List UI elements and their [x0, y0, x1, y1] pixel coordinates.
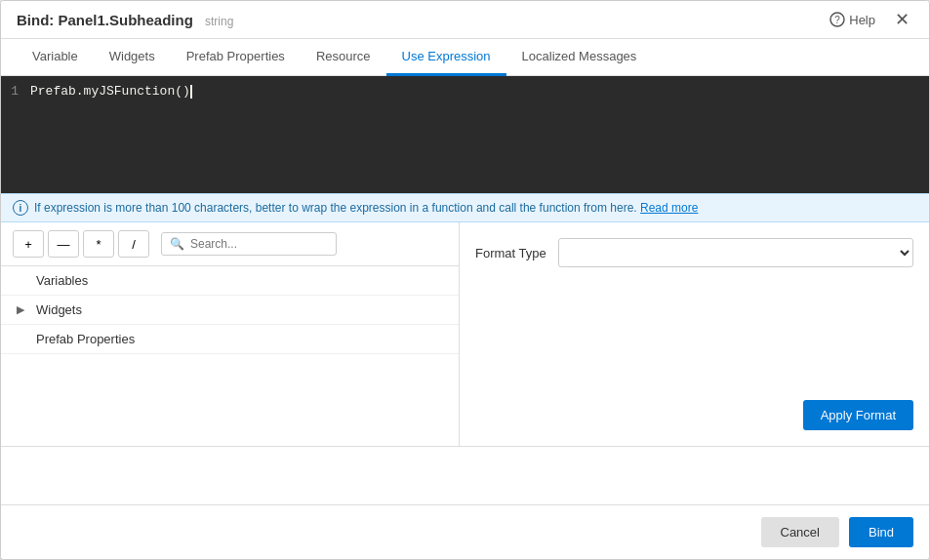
tab-prefab-properties[interactable]: Prefab Properties	[171, 39, 301, 76]
help-label: Help	[849, 13, 875, 27]
title-bar: Bind: Panel1.Subheading string ? Help ✕	[1, 1, 929, 39]
dialog-title: Bind: Panel1.Subheading string	[17, 12, 829, 28]
search-box: 🔍	[161, 232, 337, 256]
left-panel: + — * / 🔍 Variables ▶	[1, 222, 460, 446]
tab-variable[interactable]: Variable	[17, 39, 94, 76]
svg-text:?: ?	[834, 15, 840, 25]
bind-button[interactable]: Bind	[849, 517, 913, 547]
apply-format-button[interactable]: Apply Format	[803, 400, 913, 430]
format-type-select[interactable]	[558, 238, 913, 267]
help-button[interactable]: ? Help	[829, 12, 875, 27]
footer: Cancel Bind	[1, 504, 929, 559]
info-message: If expression is more than 100 character…	[34, 201, 698, 215]
multiply-button[interactable]: *	[83, 230, 114, 258]
info-icon: i	[13, 200, 28, 216]
plus-button[interactable]: +	[13, 230, 44, 258]
tab-use-expression[interactable]: Use Expression	[386, 39, 506, 76]
main-content: 1 Prefab.myJSFunction() i If expression …	[1, 76, 929, 504]
help-icon: ?	[829, 12, 845, 27]
spacer	[1, 446, 929, 504]
tree-list: Variables ▶ Widgets Prefab Properties	[1, 266, 459, 446]
tab-widgets[interactable]: Widgets	[94, 39, 171, 76]
tree-arrow-widgets: ▶	[17, 303, 32, 316]
minus-button[interactable]: —	[48, 230, 79, 258]
cancel-button[interactable]: Cancel	[761, 517, 839, 547]
tree-item-widgets[interactable]: ▶ Widgets	[1, 296, 459, 325]
tree-item-prefab-properties[interactable]: Prefab Properties	[1, 325, 459, 354]
tree-item-variables[interactable]: Variables	[1, 266, 459, 296]
bottom-section: + — * / 🔍 Variables ▶	[1, 222, 929, 446]
type-label: string	[205, 15, 233, 28]
code-editor[interactable]: 1 Prefab.myJSFunction()	[1, 76, 929, 193]
code-text: Prefab.myJSFunction()	[30, 84, 190, 99]
format-type-row: Format Type	[475, 238, 913, 267]
info-bar: i If expression is more than 100 charact…	[1, 193, 929, 222]
close-button[interactable]: ✕	[891, 9, 913, 30]
format-type-label: Format Type	[475, 246, 546, 260]
tabs: Variable Widgets Prefab Properties Resou…	[1, 39, 929, 76]
cursor	[190, 85, 192, 99]
tree-label-prefab: Prefab Properties	[36, 332, 135, 346]
title-text: Bind: Panel1.Subheading	[17, 12, 193, 28]
code-content: Prefab.myJSFunction()	[30, 84, 192, 99]
apply-format-row: Apply Format	[475, 400, 913, 430]
expression-toolbar: + — * / 🔍	[1, 222, 459, 266]
divide-button[interactable]: /	[118, 230, 149, 258]
tab-resource[interactable]: Resource	[301, 39, 386, 76]
tab-localized-messages[interactable]: Localized Messages	[506, 39, 653, 76]
info-message-text: If expression is more than 100 character…	[34, 201, 637, 215]
right-panel: Format Type Apply Format	[460, 222, 929, 446]
dialog: Bind: Panel1.Subheading string ? Help ✕ …	[0, 0, 930, 560]
read-more-link[interactable]: Read more	[640, 201, 698, 215]
search-input[interactable]	[190, 237, 328, 251]
search-icon: 🔍	[170, 237, 184, 251]
tree-label-widgets: Widgets	[36, 302, 82, 317]
code-line: 1 Prefab.myJSFunction()	[1, 84, 929, 99]
tree-label-variables: Variables	[36, 273, 88, 288]
line-number: 1	[1, 84, 30, 99]
